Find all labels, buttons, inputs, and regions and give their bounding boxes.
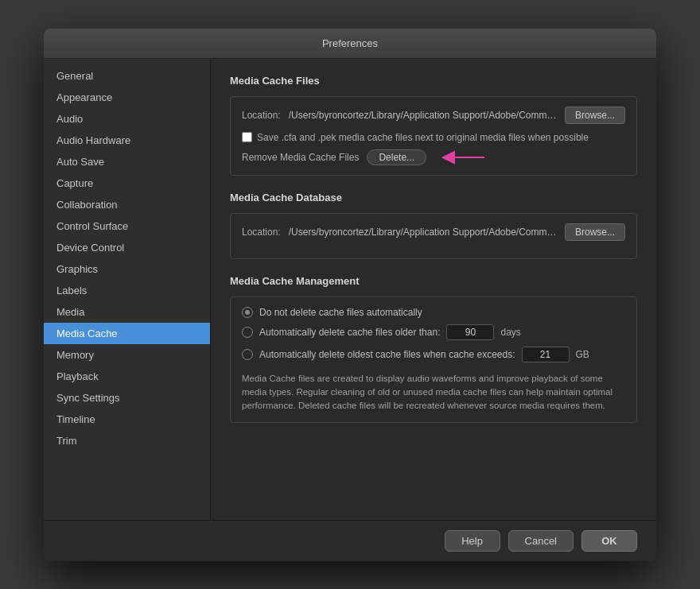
main-content: Media Cache Files Location: /Users/byron… — [211, 59, 656, 520]
media-cache-management-box: Do not delete cache files automatically … — [230, 296, 637, 424]
files-location-path: /Users/byroncortez/Library/Application S… — [289, 110, 557, 121]
media-cache-database-section: Media Cache Database Location: /Users/by… — [230, 192, 637, 259]
media-cache-management-title: Media Cache Management — [230, 275, 637, 287]
db-browse-button[interactable]: Browse... — [565, 223, 625, 241]
radio-3-dot[interactable] — [242, 349, 253, 360]
ok-button[interactable]: OK — [581, 530, 637, 552]
radio-group: Do not delete cache files automatically … — [242, 307, 625, 362]
radio-3-label: Automatically delete oldest cache files … — [259, 349, 515, 360]
help-button[interactable]: Help — [445, 530, 500, 552]
db-location-label: Location: — [242, 227, 281, 238]
gb-unit: GB — [576, 349, 589, 360]
remove-row: Remove Media Cache Files Delete... — [242, 149, 625, 165]
gb-input[interactable]: 21 — [522, 347, 570, 362]
sidebar-item-sync-settings[interactable]: Sync Settings — [44, 387, 210, 409]
sidebar-item-media[interactable]: Media — [44, 301, 210, 323]
media-cache-management-section: Media Cache Management Do not delete cac… — [230, 275, 637, 424]
sidebar-item-auto-save[interactable]: Auto Save — [44, 151, 210, 172]
info-text: Media Cache files are created to display… — [242, 372, 625, 413]
delete-button[interactable]: Delete... — [367, 149, 426, 165]
db-location-path: /Users/byroncortez/Library/Application S… — [289, 227, 557, 238]
sidebar-item-timeline[interactable]: Timeline — [44, 409, 210, 430]
dialog-body: GeneralAppearanceAudioAudio HardwareAuto… — [44, 59, 656, 520]
sidebar-item-audio[interactable]: Audio — [44, 108, 210, 130]
radio-row-1: Do not delete cache files automatically — [242, 307, 625, 318]
sidebar-item-trim[interactable]: Trim — [44, 430, 210, 451]
media-cache-files-box: Location: /Users/byroncortez/Library/App… — [230, 96, 637, 176]
days-input[interactable]: 90 — [446, 324, 494, 340]
preferences-dialog: Preferences GeneralAppearanceAudioAudio … — [44, 29, 656, 561]
db-location-row: Location: /Users/byroncortez/Library/App… — [242, 223, 625, 241]
sidebar-item-general[interactable]: General — [44, 65, 210, 87]
sidebar-item-collaboration[interactable]: Collaboration — [44, 194, 210, 215]
arrow-annotation — [434, 149, 490, 165]
sidebar-item-device-control[interactable]: Device Control — [44, 237, 210, 258]
files-checkbox-label: Save .cfa and .pek media cache files nex… — [257, 132, 589, 143]
dialog-title: Preferences — [322, 37, 378, 49]
days-unit: days — [500, 327, 520, 338]
remove-label: Remove Media Cache Files — [242, 152, 359, 163]
sidebar-item-control-surface[interactable]: Control Surface — [44, 215, 210, 237]
radio-row-2: Automatically delete cache files older t… — [242, 324, 625, 340]
titlebar: Preferences — [44, 29, 656, 59]
sidebar: GeneralAppearanceAudioAudio HardwareAuto… — [44, 59, 211, 520]
sidebar-item-memory[interactable]: Memory — [44, 344, 210, 366]
radio-row-3: Automatically delete oldest cache files … — [242, 347, 625, 362]
radio-1-dot[interactable] — [242, 307, 253, 318]
radio-1-label: Do not delete cache files automatically — [259, 307, 422, 318]
sidebar-item-media-cache[interactable]: Media Cache — [44, 323, 210, 344]
cancel-button[interactable]: Cancel — [508, 530, 574, 552]
files-checkbox-row: Save .cfa and .pek media cache files nex… — [242, 132, 625, 143]
files-checkbox[interactable] — [242, 132, 252, 142]
files-browse-button[interactable]: Browse... — [565, 107, 625, 124]
media-cache-database-box: Location: /Users/byroncortez/Library/App… — [230, 213, 637, 259]
files-location-row: Location: /Users/byroncortez/Library/App… — [242, 107, 625, 124]
radio-2-dot[interactable] — [242, 327, 253, 338]
dialog-footer: Help Cancel OK — [44, 520, 656, 561]
sidebar-item-labels[interactable]: Labels — [44, 280, 210, 301]
sidebar-item-appearance[interactable]: Appearance — [44, 87, 210, 108]
media-cache-database-title: Media Cache Database — [230, 192, 637, 203]
sidebar-item-capture[interactable]: Capture — [44, 172, 210, 194]
files-location-label: Location: — [242, 110, 281, 121]
media-cache-files-section: Media Cache Files Location: /Users/byron… — [230, 75, 637, 176]
media-cache-files-title: Media Cache Files — [230, 75, 637, 87]
sidebar-item-graphics[interactable]: Graphics — [44, 258, 210, 280]
radio-2-label: Automatically delete cache files older t… — [259, 327, 440, 338]
sidebar-item-audio-hardware[interactable]: Audio Hardware — [44, 130, 210, 151]
sidebar-item-playback[interactable]: Playback — [44, 366, 210, 387]
